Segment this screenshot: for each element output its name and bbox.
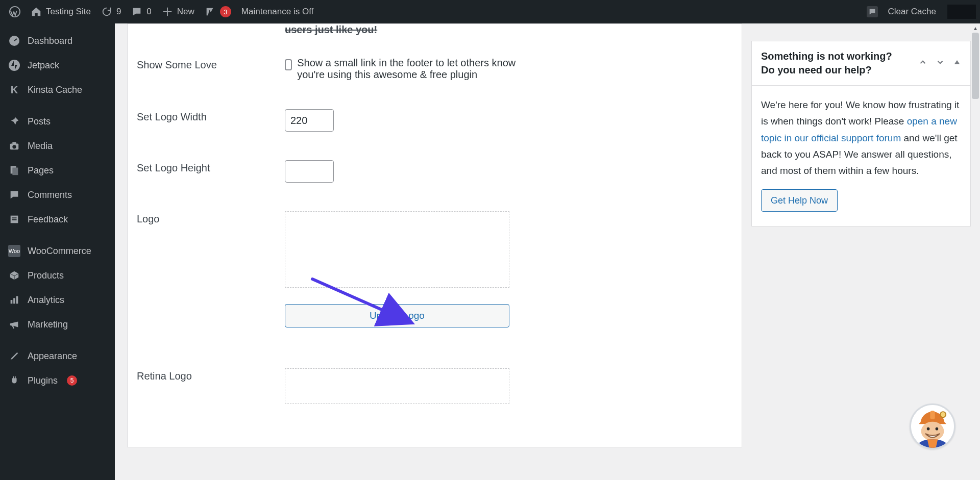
svg-rect-5	[12, 142, 16, 144]
admin-bar: Testing Site 9 0 New 3 Maintenance is Of…	[0, 0, 980, 23]
bars-icon	[8, 294, 20, 306]
menu-analytics[interactable]: Analytics	[0, 288, 115, 312]
menu-label: Posts	[28, 116, 51, 127]
menu-woocommerce[interactable]: Woo WooCommerce	[0, 239, 115, 263]
wordpress-menu[interactable]	[4, 0, 26, 23]
new-content-link[interactable]: New	[157, 0, 200, 23]
toggle-panel-button[interactable]	[953, 58, 961, 69]
svg-rect-12	[13, 298, 15, 304]
menu-label: WooCommerce	[28, 246, 91, 257]
label-show-some-love: Show Some Love	[137, 57, 285, 71]
move-down-button[interactable]	[936, 58, 945, 69]
row-logo-width: Set Logo Width	[137, 97, 732, 144]
svg-rect-11	[11, 300, 13, 304]
label-retina-logo: Retina Logo	[137, 368, 285, 382]
label-logo-height: Set Logo Height	[137, 160, 285, 174]
woo-icon: Woo	[8, 245, 20, 257]
move-up-button[interactable]	[918, 58, 927, 69]
box-icon	[8, 269, 20, 282]
svg-rect-9	[12, 217, 16, 218]
retina-logo-preview-dropzone[interactable]	[285, 368, 509, 404]
maintenance-toggle[interactable]: Maintenance is Off	[236, 0, 318, 23]
plug-icon	[8, 374, 20, 387]
logo-height-input[interactable]	[285, 160, 334, 183]
metabox-body: We're here for you! We know how frustrat…	[752, 86, 970, 226]
mascot-icon	[911, 403, 954, 449]
menu-comments[interactable]: Comments	[0, 183, 115, 207]
menu-jetpack[interactable]: Jetpack	[0, 53, 115, 78]
menu-label: Kinsta Cache	[28, 85, 82, 95]
svg-rect-10	[12, 219, 16, 220]
menu-label: Plugins	[28, 375, 58, 386]
clear-cache-link[interactable]: Clear Cache	[883, 7, 942, 17]
menu-label: Pages	[28, 165, 54, 176]
site-title: Testing Site	[46, 7, 91, 17]
pages-icon	[8, 164, 20, 176]
menu-label: Analytics	[28, 295, 64, 306]
plugins-update-badge: 5	[67, 375, 77, 386]
label-logo-width: Set Logo Width	[137, 109, 285, 123]
menu-label: Marketing	[28, 319, 68, 330]
menu-plugins[interactable]: Plugins 5	[0, 368, 115, 393]
menu-media[interactable]: Media	[0, 134, 115, 158]
metabox-ordering-controls	[918, 58, 961, 69]
notifications-link[interactable]	[862, 6, 883, 17]
maintenance-label: Maintenance is Off	[241, 7, 313, 17]
row-show-some-love: Show Some Love Show a small link in the …	[137, 45, 732, 93]
comment-bubble-icon	[867, 6, 878, 17]
new-label: New	[177, 7, 194, 17]
menu-label: Comments	[28, 190, 72, 200]
comment-icon	[8, 189, 20, 201]
menu-posts[interactable]: Posts	[0, 109, 115, 134]
comment-icon	[131, 6, 142, 17]
show-love-toggle[interactable]: Show a small link in the footer to let o…	[285, 57, 525, 81]
kinsta-k-icon: K	[8, 84, 20, 96]
menu-kinsta-cache[interactable]: K Kinsta Cache	[0, 78, 115, 102]
svg-point-20	[936, 427, 939, 431]
show-love-checkbox[interactable]	[285, 59, 292, 70]
logo-width-input[interactable]	[285, 109, 334, 132]
camera-icon	[8, 140, 20, 152]
svg-point-18	[921, 422, 944, 441]
truncated-previous-text: users just like you!	[137, 24, 732, 45]
user-avatar-placeholder[interactable]	[947, 5, 976, 19]
metabox-header: Something is not working? Do you need ou…	[752, 41, 970, 86]
menu-products[interactable]: Products	[0, 263, 115, 288]
svg-rect-13	[16, 296, 18, 304]
menu-marketing[interactable]: Marketing	[0, 312, 115, 337]
menu-appearance[interactable]: Appearance	[0, 344, 115, 368]
site-link[interactable]: Testing Site	[26, 0, 96, 23]
logo-preview-dropzone[interactable]	[285, 211, 509, 288]
menu-pages[interactable]: Pages	[0, 158, 115, 183]
page-scrollbar[interactable]: ▴	[971, 23, 980, 480]
menu-feedback[interactable]: Feedback	[0, 207, 115, 232]
row-retina-logo: Retina Logo	[137, 344, 732, 416]
refresh-icon	[101, 6, 112, 17]
plus-icon	[162, 6, 173, 17]
yoast-count-badge: 3	[220, 6, 231, 17]
svg-point-2	[9, 60, 20, 71]
support-chat-avatar[interactable]	[910, 403, 955, 449]
yoast-link[interactable]: 3	[200, 0, 236, 23]
updates-link[interactable]: 9	[96, 0, 126, 23]
menu-label: Products	[28, 270, 64, 281]
metabox-title: Something is not working? Do you need ou…	[761, 49, 912, 77]
menu-dashboard[interactable]: Dashboard	[0, 29, 115, 53]
scroll-thumb[interactable]	[972, 33, 979, 99]
home-icon	[31, 6, 42, 17]
svg-point-17	[940, 412, 946, 417]
show-love-description: Show a small link in the footer to let o…	[297, 57, 525, 81]
form-icon	[8, 213, 20, 225]
updates-count: 9	[116, 7, 121, 17]
get-help-now-button[interactable]: Get Help Now	[761, 189, 838, 212]
comments-link[interactable]: 0	[126, 0, 156, 23]
upload-logo-button[interactable]: Upload Logo	[285, 304, 509, 327]
svg-rect-16	[930, 411, 935, 419]
megaphone-icon	[8, 318, 20, 331]
label-logo: Logo	[137, 211, 285, 225]
scroll-up-arrow-icon[interactable]: ▴	[971, 23, 980, 33]
menu-label: Appearance	[28, 351, 77, 362]
brush-icon	[8, 350, 20, 362]
help-metabox: Something is not working? Do you need ou…	[751, 41, 971, 226]
svg-point-4	[12, 145, 16, 148]
